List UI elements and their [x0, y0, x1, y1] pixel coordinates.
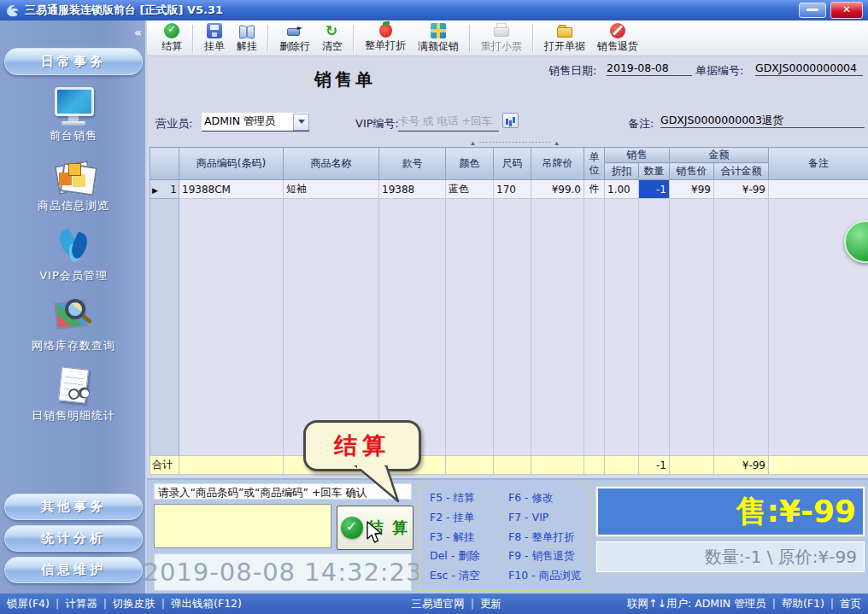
doc-no-label: 单据编号:: [695, 63, 743, 79]
hotkey-item: F7 - VIP: [508, 511, 589, 525]
cell-name[interactable]: 短袖: [284, 180, 379, 199]
delete-row-button[interactable]: 删除行: [273, 21, 316, 56]
hotkey-item: F5 - 结算: [430, 491, 508, 506]
clerk-select[interactable]: ADMIN 管理员: [202, 113, 309, 132]
cell-size[interactable]: 170: [494, 180, 531, 199]
goods-boxes-icon: [53, 156, 94, 196]
cell-unit[interactable]: 件: [584, 180, 605, 199]
cell-style[interactable]: 19388: [379, 180, 446, 199]
vip-petals-icon: [54, 226, 93, 266]
cell-color[interactable]: 蓝色: [446, 180, 494, 199]
bottom-panel: 请录入“商品条码”或“商品编码” +回车 确认 结 算 2019-08-08 1…: [147, 478, 868, 595]
sidebar-item-label: 网络库存数查询: [32, 338, 115, 354]
col-header-discount: 折扣: [605, 163, 639, 180]
col-header-unit: 单位: [584, 148, 605, 180]
resume-order-button[interactable]: 解挂: [231, 21, 263, 56]
doc-no-field[interactable]: GDXJS0000000004: [755, 61, 863, 76]
cell-remark[interactable]: [769, 180, 868, 199]
sidebar-item-front-sale[interactable]: 前台销售: [0, 84, 147, 143]
totals-row: 合计 -1 ¥-99: [150, 456, 868, 475]
lock-screen-link[interactable]: 锁屏(F4): [7, 597, 50, 611]
whole-order-discount-button[interactable]: 整单打折: [359, 21, 412, 55]
minimize-icon[interactable]: [799, 3, 826, 18]
sale-date-label: 销售日期:: [548, 63, 596, 79]
status-bar: 锁屏(F4) 计算器 切换皮肤 弹出钱箱(F12) 三易通官网 更新 联网↑↓ …: [0, 594, 868, 614]
sidebar-section-daily[interactable]: 日常事务: [4, 48, 143, 75]
sidebar-item-label: VIP会员管理: [39, 268, 108, 284]
hotkey-legend: F5 - 结算 F6 - 修改 F2 - 挂单 F7 - VIP F3 - 解挂…: [419, 483, 589, 591]
cell-sale-price[interactable]: ¥99: [670, 180, 714, 199]
barcode-input-box: [154, 504, 331, 548]
hotkey-item: Del - 删除: [430, 549, 508, 564]
chevron-down-icon[interactable]: [293, 114, 309, 131]
checkout-check-icon: [341, 517, 363, 539]
sidebar-item-goods-browse[interactable]: 商品信息浏览: [0, 154, 147, 213]
col-header-code: 商品编码(条码): [179, 148, 284, 180]
toolbar-divider: [267, 25, 269, 52]
vip-input[interactable]: 卡号 或 电话 +回车: [398, 113, 499, 132]
checkout-icon: [164, 23, 179, 38]
save-icon: [207, 23, 222, 38]
sale-date-field[interactable]: 2019-08-08: [607, 61, 692, 76]
totals-amount: ¥-99: [714, 456, 769, 475]
page-title: 销售单: [314, 68, 376, 91]
hotkey-item: F10 - 商品浏览: [508, 569, 589, 583]
hotkey-item: F9 - 销售退货: [508, 549, 589, 564]
remark-field[interactable]: GDXJS0000000003退货: [660, 114, 865, 128]
app-logo-icon: [5, 3, 21, 18]
official-site-link[interactable]: 三易通官网: [411, 597, 465, 611]
col-header-remark: 备注: [769, 148, 868, 180]
mouse-cursor-icon: [366, 521, 384, 545]
table-row[interactable]: 1 19388CM 短袖 19388 蓝色 170 ¥99.0 件 1.00 -…: [150, 180, 868, 199]
cell-qty-selected[interactable]: -1: [639, 180, 670, 199]
gift-icon: [431, 23, 446, 38]
update-link[interactable]: 更新: [465, 597, 501, 611]
splitter-handle[interactable]: [451, 135, 579, 143]
open-cashbox-link[interactable]: 弹出钱箱(F12): [155, 597, 242, 611]
cell-total[interactable]: ¥-99: [714, 180, 769, 199]
col-group-sale: 销售: [605, 148, 670, 163]
row-header-column: [150, 148, 179, 180]
form-header: 销售单 销售日期: 2019-08-08 单据编号: GDXJS00000000…: [147, 56, 868, 147]
toolbar-divider: [353, 25, 355, 52]
checkout-button[interactable]: 结算: [155, 21, 188, 56]
sidebar-item-daily-report[interactable]: 日销售明细统计: [0, 364, 147, 424]
col-header-color: 颜色: [446, 148, 494, 180]
hotkey-item: F6 - 修改: [508, 491, 589, 506]
current-row-icon: [152, 184, 158, 196]
vip-label: VIP编号:: [355, 116, 399, 132]
promotion-button[interactable]: 满额促销: [412, 21, 465, 56]
clear-button[interactable]: 清空: [316, 21, 349, 56]
book-icon: [239, 23, 255, 38]
callout-bubble: 结算: [303, 420, 421, 471]
sidebar-item-stock-query[interactable]: 网络库存数查询: [0, 294, 147, 354]
hotkey-item: Esc - 清空: [430, 569, 508, 583]
hold-order-button[interactable]: 挂单: [198, 21, 231, 56]
col-header-style: 款号: [379, 148, 446, 180]
sidebar-section-maintain[interactable]: 信息维护: [4, 557, 143, 583]
col-header-tag-price: 吊牌价: [531, 148, 584, 180]
toolbar-divider: [192, 25, 194, 52]
help-link[interactable]: 帮助(F1): [766, 597, 824, 611]
sidebar-section-other[interactable]: 其他事务: [4, 494, 143, 520]
return-icon: [610, 23, 625, 38]
col-header-size: 尺码: [494, 148, 531, 180]
switch-skin-link[interactable]: 切换皮肤: [97, 597, 155, 611]
sale-items-sheet: 商品编码(条码) 商品名称 款号 颜色 尺码 吊牌价 单位 销售 金额 备注 折…: [150, 147, 868, 475]
cell-code[interactable]: 19388CM: [179, 180, 284, 199]
open-document-button[interactable]: 打开单据: [538, 21, 591, 56]
cell-tag-price[interactable]: ¥99.0: [531, 180, 584, 199]
sidebar-item-vip-manage[interactable]: VIP会员管理: [0, 224, 147, 284]
cell-discount[interactable]: 1.00: [605, 180, 639, 199]
sidebar-section-stats[interactable]: 统计分析: [4, 525, 143, 552]
sidebar-collapse-icon[interactable]: «: [134, 26, 140, 39]
statusbar-left: 锁屏(F4) 计算器 切换皮肤 弹出钱箱(F12): [7, 597, 242, 611]
stock-search-icon: [53, 296, 94, 336]
home-link[interactable]: 首页: [824, 597, 861, 611]
sidebar-bottom-sections: 其他事务 统计分析 信息维护: [4, 494, 143, 583]
vip-lookup-icon[interactable]: [502, 113, 519, 128]
barcode-input[interactable]: [155, 505, 354, 547]
close-icon[interactable]: [830, 2, 863, 19]
sales-return-button[interactable]: 销售退货: [591, 21, 644, 56]
calculator-link[interactable]: 计算器: [50, 597, 97, 611]
